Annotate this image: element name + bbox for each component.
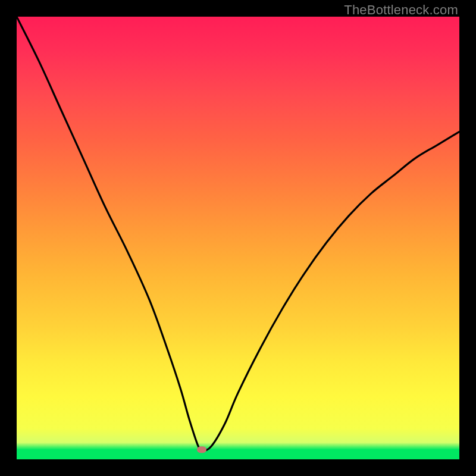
chart-frame: TheBottleneck.com xyxy=(0,0,476,476)
optimum-marker xyxy=(197,446,206,453)
bottleneck-curve xyxy=(17,17,459,450)
chart-svg xyxy=(17,17,459,459)
watermark-text: TheBottleneck.com xyxy=(344,2,458,18)
plot-area xyxy=(17,17,459,459)
